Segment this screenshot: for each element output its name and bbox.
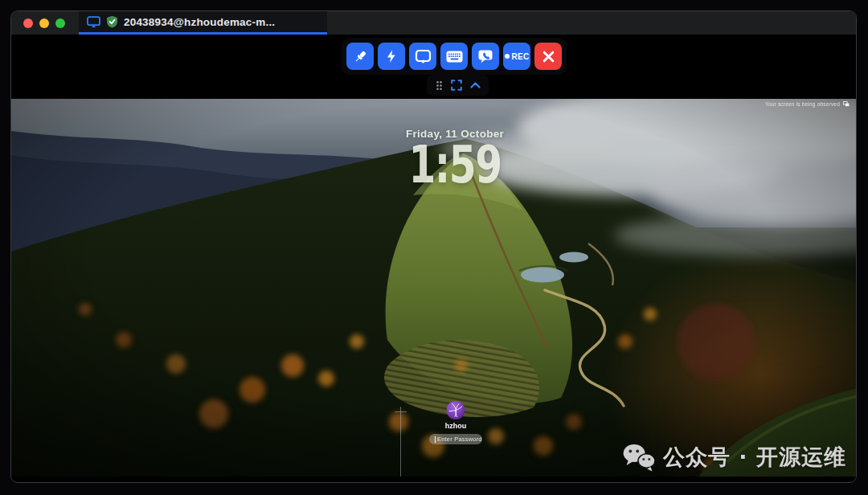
observed-label: Your screen is being observed (765, 101, 840, 107)
shield-check-icon (106, 15, 118, 28)
keyboard-button[interactable] (440, 43, 468, 70)
zoom-window-button[interactable] (55, 18, 65, 28)
fullscreen-icon[interactable] (451, 80, 462, 91)
password-placeholder: Enter Password (437, 436, 482, 443)
record-button[interactable]: REC (503, 43, 530, 70)
display-icon (87, 16, 100, 28)
pin-icon (353, 49, 368, 64)
minimize-window-button[interactable] (39, 18, 49, 28)
display-icon (415, 49, 432, 64)
wallpaper-pole-detail (400, 407, 401, 477)
drag-handle-icon[interactable] (436, 80, 443, 91)
record-label: REC (512, 52, 530, 61)
actions-button[interactable] (378, 43, 405, 70)
remote-screen-surface[interactable]: Your screen is being observed Friday, 11… (11, 99, 857, 477)
close-icon (542, 50, 555, 63)
remote-desktop-window: 20438934@hzhoudemac-m... (10, 10, 857, 483)
user-avatar[interactable] (447, 401, 465, 419)
close-session-button[interactable] (534, 43, 562, 70)
titlebar: 20438934@hzhoudemac-m... (11, 11, 856, 35)
password-field[interactable]: Enter Password (429, 434, 482, 444)
watermark-text: 公众号 · 开源运维 (663, 443, 846, 472)
observed-screens-icon (843, 101, 850, 107)
lightning-icon (384, 49, 399, 63)
keyboard-icon (446, 51, 463, 63)
lock-screen-time: 1:59 (409, 139, 502, 190)
record-icon: REC (505, 52, 530, 61)
pin-button[interactable] (346, 43, 374, 70)
chat-button[interactable] (472, 43, 499, 70)
close-window-button[interactable] (23, 18, 33, 28)
text-caret (435, 436, 436, 443)
collapse-icon[interactable] (470, 82, 481, 88)
traffic-lights (23, 11, 65, 35)
chat-icon (477, 49, 493, 64)
lock-screen-username: hzhou (445, 422, 467, 430)
screen-observed-notice: Your screen is being observed (765, 101, 850, 107)
remote-viewport: REC (11, 35, 856, 481)
remote-control-toolbar: REC (342, 38, 567, 75)
wechat-icon (622, 443, 656, 472)
watermark: 公众号 · 开源运维 (622, 443, 846, 472)
session-tab[interactable]: 20438934@hzhoudemac-m... (79, 11, 327, 35)
record-dot-icon (505, 54, 510, 59)
session-tab-title: 20438934@hzhoudemac-m... (124, 16, 275, 28)
toolbar-mini-bar (427, 75, 489, 96)
display-settings-button[interactable] (409, 43, 436, 70)
